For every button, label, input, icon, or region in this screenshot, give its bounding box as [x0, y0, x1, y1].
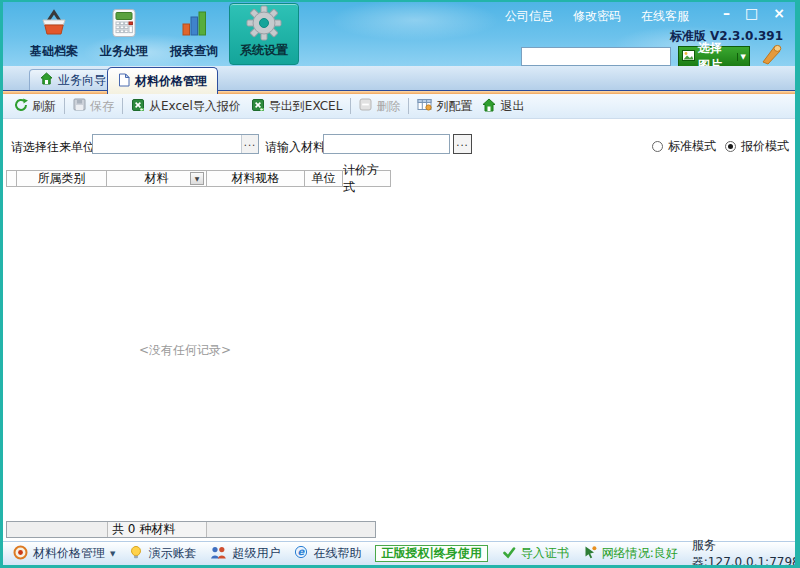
mode-radio-quote[interactable]: 报价模式 — [725, 138, 789, 155]
toolbar-button-label: 退出 — [500, 98, 524, 115]
menu-item-basic-archives[interactable]: 基础档案 — [19, 3, 89, 65]
toolbar-column-config-button[interactable]: 列配置 — [412, 98, 477, 115]
horn-icon[interactable] — [760, 42, 784, 69]
company-info-link[interactable]: 公司信息 — [505, 8, 553, 25]
close-button[interactable]: × — [773, 5, 785, 21]
browser-icon: e — [294, 545, 308, 562]
check-icon — [502, 546, 516, 562]
status-bar: 材料价格管理 ▼ 演示账套 超级用户 — [3, 541, 795, 565]
vendor-select-field: ... — [92, 134, 259, 154]
column-header-label: 材料 — [145, 170, 169, 187]
toolbar-save-button[interactable]: 保存 — [68, 98, 119, 115]
radio-label: 标准模式 — [668, 138, 716, 155]
toolbar: 刷新 保存 从Excel导入报价 — [3, 94, 795, 119]
main-menu: 基础档案 业务处理 — [19, 3, 299, 65]
gear-icon — [246, 4, 282, 42]
titlebar-links: 公司信息 修改密码 在线客服 — [505, 8, 689, 25]
toolbar-exit-button[interactable]: 退出 — [477, 98, 529, 115]
status-online-help[interactable]: e 在线帮助 — [294, 545, 361, 562]
material-input[interactable] — [324, 135, 449, 153]
vendor-select-input[interactable] — [93, 135, 241, 153]
mode-radio-standard[interactable]: 标准模式 — [652, 138, 716, 155]
radio-circle-icon — [652, 141, 663, 152]
toolbar-import-excel-button[interactable]: 从Excel导入报价 — [126, 98, 246, 115]
vendor-filter-label: 请选择往来单位 — [11, 139, 95, 156]
menu-item-label: 业务处理 — [100, 43, 148, 60]
material-filter-dropdown-button[interactable]: ▼ — [190, 172, 204, 185]
excel-import-icon — [131, 98, 145, 115]
image-path-input[interactable] — [521, 47, 671, 66]
basket-icon — [39, 3, 69, 43]
menu-item-system-settings[interactable]: 系统设置 — [229, 3, 299, 65]
radio-label: 报价模式 — [741, 138, 789, 155]
delete-icon — [359, 98, 372, 114]
exit-home-icon — [482, 98, 496, 115]
app-window: 基础档案 业务处理 — [0, 0, 800, 568]
table-footer: 共 0 种材料 — [6, 521, 376, 538]
status-user[interactable]: 超级用户 — [210, 545, 280, 562]
choose-image-button[interactable]: 选择图片 ▼ — [678, 46, 750, 67]
menu-item-label: 系统设置 — [240, 42, 288, 59]
column-header-unit[interactable]: 单位 — [305, 171, 343, 186]
toolbar-button-label: 删除 — [376, 98, 400, 115]
toolbar-separator — [64, 98, 65, 114]
material-browse-button[interactable]: ... — [453, 134, 472, 154]
chevron-down-icon[interactable]: ▼ — [737, 53, 746, 61]
toolbar-separator — [408, 98, 409, 114]
menu-item-label: 基础档案 — [30, 43, 78, 60]
server-address-label: 服务器:127.0.0.1:7798 — [692, 537, 800, 568]
chevron-down-icon: ▼ — [110, 550, 115, 558]
row-indicator-column — [7, 171, 17, 186]
material-field — [323, 134, 450, 154]
tab-material-price-management[interactable]: 材料价格管理 — [107, 67, 218, 94]
change-password-link[interactable]: 修改密码 — [573, 8, 621, 25]
toolbar-button-label: 从Excel导入报价 — [149, 98, 241, 115]
lamp-icon — [129, 545, 143, 562]
target-icon — [13, 545, 28, 563]
svg-text:e: e — [298, 546, 306, 557]
tab-business-wizard[interactable]: 业务向导 — [29, 69, 117, 90]
excel-export-icon — [251, 98, 265, 115]
status-help-label: 在线帮助 — [313, 545, 361, 562]
titlebar: 基础档案 业务处理 — [3, 2, 795, 66]
toolbar-button-label: 刷新 — [32, 98, 56, 115]
column-header-material[interactable]: 材料 ▼ — [107, 171, 207, 186]
column-header-spec[interactable]: 材料规格 — [207, 171, 305, 186]
column-header-pricing-method[interactable]: 计价方式 — [343, 171, 391, 186]
empty-records-message: <没有任何记录> — [139, 342, 231, 359]
status-module-menu[interactable]: 材料价格管理 ▼ — [13, 545, 115, 563]
toolbar-delete-button[interactable]: 删除 — [354, 98, 405, 115]
tab-label: 业务向导 — [58, 72, 106, 89]
radio-circle-icon — [725, 141, 736, 152]
home-icon — [40, 72, 53, 88]
calculator-icon — [110, 3, 138, 43]
online-service-link[interactable]: 在线客服 — [641, 8, 689, 25]
import-certificate-button[interactable]: 导入证书 — [502, 545, 569, 562]
minimize-button[interactable]: – — [723, 5, 730, 21]
image-icon — [682, 50, 695, 64]
toolbar-button-label: 保存 — [90, 98, 114, 115]
license-badge: 正版授权|终身使用 — [375, 545, 487, 562]
menu-item-business-process[interactable]: 业务处理 — [89, 3, 159, 65]
document-icon — [118, 73, 130, 90]
maximize-button[interactable]: □ — [745, 5, 758, 21]
status-user-label: 超级用户 — [232, 545, 280, 562]
toolbar-refresh-button[interactable]: 刷新 — [9, 98, 61, 115]
toolbar-button-label: 导出到EXCEL — [269, 98, 343, 115]
toolbar-button-label: 列配置 — [436, 98, 472, 115]
filter-area: 请选择往来单位 ... 请输入材料 ... 标准模式 报价模式 — [3, 120, 795, 168]
menu-item-report-query[interactable]: 报表查询 — [159, 3, 229, 65]
toolbar-export-excel-button[interactable]: 导出到EXCEL — [246, 98, 348, 115]
vendor-browse-button[interactable]: ... — [241, 135, 258, 153]
status-account[interactable]: 演示账套 — [129, 545, 196, 562]
menu-item-label: 报表查询 — [170, 43, 218, 60]
window-controls: – □ × — [723, 5, 785, 21]
columns-icon — [417, 98, 432, 114]
network-status-label: 网络情况:良好 — [602, 545, 678, 562]
status-module-label: 材料价格管理 — [33, 545, 105, 562]
record-count-summary: 共 0 种材料 — [107, 522, 207, 537]
table-header: 所属类别 材料 ▼ 材料规格 单位 计价方式 — [6, 170, 391, 187]
users-icon — [210, 546, 227, 562]
tab-label: 材料价格管理 — [135, 73, 207, 90]
column-header-category[interactable]: 所属类别 — [17, 171, 107, 186]
